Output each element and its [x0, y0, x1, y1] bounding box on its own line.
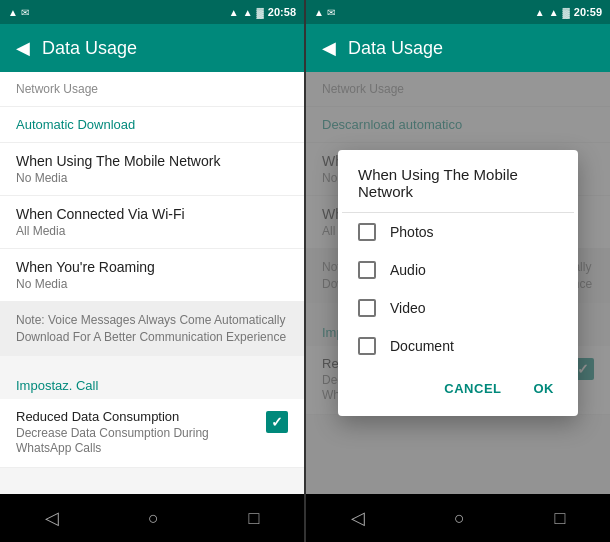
app-title-right: Data Usage: [348, 38, 443, 59]
back-icon-right[interactable]: ◀: [322, 37, 336, 59]
reduced-data-item-left[interactable]: Reduced Data Consumption Decrease Data C…: [0, 399, 304, 468]
app-bar-right: ◀ Data Usage: [306, 24, 610, 72]
back-nav-left[interactable]: ◁: [45, 507, 59, 529]
option-audio[interactable]: Audio: [338, 251, 578, 289]
nav-bar-right: ◁ ○ □: [306, 494, 610, 542]
signal-icon-left: ▲: [229, 7, 239, 18]
label-video: Video: [390, 300, 426, 316]
recent-nav-right[interactable]: □: [554, 508, 565, 529]
status-icons-left: ▲ ✉: [8, 7, 29, 18]
time-right: 20:59: [574, 6, 602, 18]
msg-icon: ✉: [21, 7, 29, 18]
option-photos[interactable]: Photos: [338, 213, 578, 251]
roaming-item[interactable]: When You're Roaming No Media: [0, 249, 304, 302]
label-photos: Photos: [390, 224, 434, 240]
wifi-icon-right: ▲: [549, 7, 559, 18]
content-right-wrapper: Network Usage Descarnload automatico Whe…: [306, 72, 610, 494]
checkbox-audio[interactable]: [358, 261, 376, 279]
section-divider-left: [0, 356, 304, 364]
network-usage-header: Network Usage: [0, 72, 304, 107]
recent-nav-left[interactable]: □: [248, 508, 259, 529]
option-document[interactable]: Document: [338, 327, 578, 365]
notification-icon-right: ▲: [314, 7, 324, 18]
battery-icon-right: ▓: [563, 7, 570, 18]
checkbox-document[interactable]: [358, 337, 376, 355]
dialog-overlay: When Using The Mobile Network Photos Aud…: [306, 72, 610, 494]
mobile-network-item[interactable]: When Using The Mobile Network No Media: [0, 143, 304, 196]
status-bar-right: ▲ ✉ ▲ ▲ ▓ 20:59: [306, 0, 610, 24]
home-nav-right[interactable]: ○: [454, 508, 465, 529]
option-video[interactable]: Video: [338, 289, 578, 327]
ok-button[interactable]: OK: [522, 373, 567, 404]
app-title-left: Data Usage: [42, 38, 137, 59]
notification-icon: ▲: [8, 7, 18, 18]
right-screen: ▲ ✉ ▲ ▲ ▓ 20:59 ◀ Data Usage Network Usa…: [306, 0, 610, 542]
calls-section-header-left: Impostaz. Call: [0, 364, 304, 399]
dialog: When Using The Mobile Network Photos Aud…: [338, 150, 578, 416]
checkbox-video[interactable]: [358, 299, 376, 317]
left-screen: ▲ ✉ ▲ ▲ ▓ 20:58 ◀ Data Usage Network Usa…: [0, 0, 304, 542]
app-bar-left: ◀ Data Usage: [0, 24, 304, 72]
auto-download-header: Automatic Download: [0, 107, 304, 143]
signal-icon-right: ▲: [535, 7, 545, 18]
wifi-icon-left: ▲: [243, 7, 253, 18]
dialog-title: When Using The Mobile Network: [338, 150, 578, 212]
cancel-button[interactable]: CANCEL: [432, 373, 513, 404]
content-left: Network Usage Automatic Download When Us…: [0, 72, 304, 494]
nav-bar-left: ◁ ○ □: [0, 494, 304, 542]
back-icon-left[interactable]: ◀: [16, 37, 30, 59]
status-icons-right: ▲ ✉: [314, 7, 335, 18]
label-audio: Audio: [390, 262, 426, 278]
reduced-data-text-left: Reduced Data Consumption Decrease Data C…: [16, 409, 266, 457]
checkbox-photos[interactable]: [358, 223, 376, 241]
toggle-checkbox-left[interactable]: [266, 411, 288, 433]
note-item: Note: Voice Messages Always Come Automat…: [0, 302, 304, 356]
status-bar-left: ▲ ✉ ▲ ▲ ▓ 20:58: [0, 0, 304, 24]
wifi-item[interactable]: When Connected Via Wi-Fi All Media: [0, 196, 304, 249]
home-nav-left[interactable]: ○: [148, 508, 159, 529]
msg-icon-right: ✉: [327, 7, 335, 18]
time-left: 20:58: [268, 6, 296, 18]
label-document: Document: [390, 338, 454, 354]
dialog-actions: CANCEL OK: [338, 365, 578, 416]
battery-icon-left: ▓: [257, 7, 264, 18]
back-nav-right[interactable]: ◁: [351, 507, 365, 529]
